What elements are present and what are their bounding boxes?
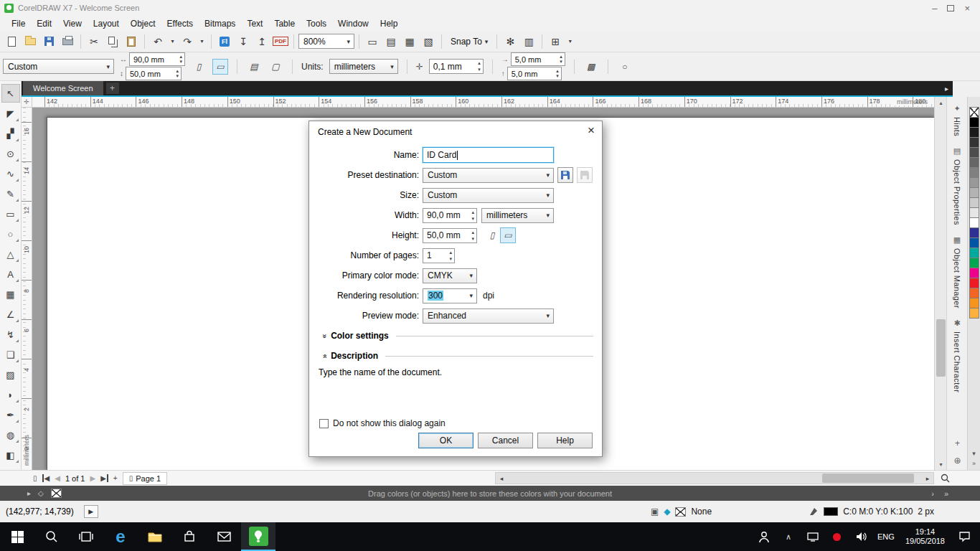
snap-to-dropdown[interactable]: Snap To ▾ (446, 33, 492, 50)
task-view-button[interactable] (69, 522, 103, 551)
vertical-scroll-thumb[interactable] (936, 319, 946, 377)
width-units-dropdown[interactable]: millimeters (481, 208, 554, 223)
menu-help[interactable]: Help (374, 17, 404, 31)
name-input[interactable]: ID Card (423, 147, 554, 163)
all-pages-button[interactable]: ▤ (246, 59, 262, 75)
docker-tab-insert-character[interactable]: ✱Insert Character (953, 319, 961, 392)
taskbar-store-button[interactable] (172, 522, 207, 551)
table-tool[interactable]: ▦ (1, 285, 20, 303)
palette-overflow-button[interactable]: » (944, 489, 948, 498)
scroll-up-button[interactable]: ▴ (935, 97, 947, 108)
preview-mode-dropdown[interactable]: Enhanced (423, 309, 554, 324)
close-button[interactable]: × (964, 4, 970, 13)
menu-object[interactable]: Object (125, 17, 161, 31)
docker-tab-hints[interactable]: ✦Hints (953, 104, 961, 136)
palette-swatch[interactable] (969, 127, 979, 138)
menu-layout[interactable]: Layout (88, 17, 125, 31)
palette-swatch[interactable] (969, 167, 979, 178)
previous-page-button[interactable]: ◀ (55, 474, 60, 482)
current-page-button[interactable]: ▢ (268, 59, 283, 75)
palette-swatch[interactable] (969, 227, 979, 238)
menu-table[interactable]: Table (268, 17, 301, 31)
no-color-swatch[interactable] (969, 107, 979, 118)
menu-view[interactable]: View (57, 17, 88, 31)
document-no-color-swatch[interactable] (51, 489, 62, 498)
taskbar-search-button[interactable] (34, 522, 69, 551)
scroll-down-button[interactable]: ▾ (935, 458, 947, 470)
cut-button[interactable]: ✂ (85, 33, 103, 50)
tray-expand-button[interactable]: ∧ (776, 532, 801, 542)
palette-swatch[interactable] (969, 258, 979, 268)
shape-tool[interactable]: ◤ (1, 104, 20, 123)
undo-dropdown[interactable]: ▾ (168, 33, 177, 50)
text-tool[interactable]: A (1, 265, 20, 283)
save-button[interactable] (40, 33, 57, 50)
tab-list-flyout[interactable]: ▸ (945, 85, 953, 95)
menu-window[interactable]: Window (332, 17, 374, 31)
taskbar-edge-button[interactable]: e (103, 522, 138, 551)
help-button[interactable]: Help (537, 433, 593, 448)
palette-swatch[interactable] (969, 157, 979, 168)
redo-button[interactable]: ↷ (179, 33, 196, 50)
screen-tip-icon[interactable]: ▣ (651, 507, 659, 517)
dialog-close-button[interactable]: × (588, 124, 595, 136)
landscape-button[interactable]: ▭ (212, 59, 228, 75)
show-grid-button[interactable]: ▦ (401, 33, 418, 50)
palette-scroll-down-button[interactable]: ▾ (972, 450, 976, 457)
tray-notification-badge[interactable] (825, 533, 849, 541)
show-guidelines-button[interactable]: ▧ (420, 33, 437, 50)
coordinates-flyout-button[interactable]: ▶ (84, 505, 98, 518)
taskbar-coreldraw-button[interactable] (241, 522, 275, 551)
size-dropdown[interactable]: Custom (423, 188, 554, 203)
parallel-dimension-tool[interactable]: ∠ (1, 305, 20, 324)
checkbox-box[interactable] (319, 419, 329, 428)
docker-tab-object-properties[interactable]: ▤Object Properties (953, 146, 961, 225)
start-button[interactable] (0, 522, 34, 551)
nudge-distance-input[interactable]: 0,1 mm (429, 59, 484, 74)
rendering-resolution-dropdown[interactable]: 300 (423, 288, 477, 303)
do-not-show-again-checkbox[interactable]: Do not show this dialog again (319, 418, 446, 428)
treat-as-filled-button[interactable]: ▩ (583, 59, 599, 75)
palette-swatch[interactable] (969, 248, 979, 258)
menu-tools[interactable]: Tools (301, 17, 332, 31)
fill-none-swatch[interactable] (675, 507, 686, 517)
first-page-button[interactable]: ◀ (42, 474, 50, 482)
last-page-button[interactable]: ▶ (100, 474, 108, 482)
height-input[interactable]: 50,0 mm (423, 228, 477, 243)
drop-shadow-tool[interactable]: ❑ (1, 345, 20, 364)
dockers-button[interactable]: ▥ (520, 33, 537, 50)
show-rulers-button[interactable]: ▤ (382, 33, 400, 50)
artistic-media-tool[interactable]: ✎ (1, 184, 20, 203)
palette-expand-button[interactable]: » (972, 460, 976, 467)
palette-swatch[interactable] (969, 207, 979, 218)
taskbar-mail-button[interactable] (207, 522, 241, 551)
fullscreen-preview-button[interactable]: ▭ (364, 33, 381, 50)
taskbar-clock[interactable]: 19:14 19/05/2018 (898, 527, 952, 546)
palette-swatch[interactable] (969, 217, 979, 228)
redo-dropdown[interactable]: ▾ (197, 33, 207, 50)
menu-effects[interactable]: Effects (161, 17, 199, 31)
palette-swatch[interactable] (969, 308, 979, 319)
description-section-toggle[interactable]: » Description (322, 350, 593, 362)
palette-swatch[interactable] (969, 268, 979, 278)
palette-swatch[interactable] (969, 137, 979, 148)
polygon-tool[interactable]: △ (1, 245, 20, 263)
scroll-left-button[interactable]: ◂ (496, 473, 507, 484)
vertical-scrollbar[interactable]: ▴ ▾ (934, 97, 946, 470)
width-input[interactable]: 90,0 mm (423, 208, 477, 223)
new-tab-button[interactable]: + (106, 83, 119, 94)
open-button[interactable] (22, 33, 39, 50)
new-document-button[interactable] (3, 33, 20, 50)
tray-display-button[interactable] (801, 532, 825, 542)
page-1-tab[interactable]: ▯ Page 1 (123, 472, 167, 485)
duplicate-x-input[interactable]: 5,0 mm (511, 52, 565, 66)
palette-swatch[interactable] (969, 147, 979, 158)
language-indicator[interactable]: ENG (874, 532, 898, 541)
units-dropdown[interactable]: millimeters (329, 59, 398, 74)
palette-flyout-button[interactable]: ▸ (27, 489, 31, 497)
outline-color-swatch[interactable] (824, 507, 838, 516)
docker-tab-object-manager[interactable]: ▦Object Manager (953, 235, 961, 309)
paste-button[interactable] (123, 33, 140, 50)
palette-swatch[interactable] (969, 177, 979, 188)
preset-destination-dropdown[interactable]: Custom (423, 168, 554, 183)
